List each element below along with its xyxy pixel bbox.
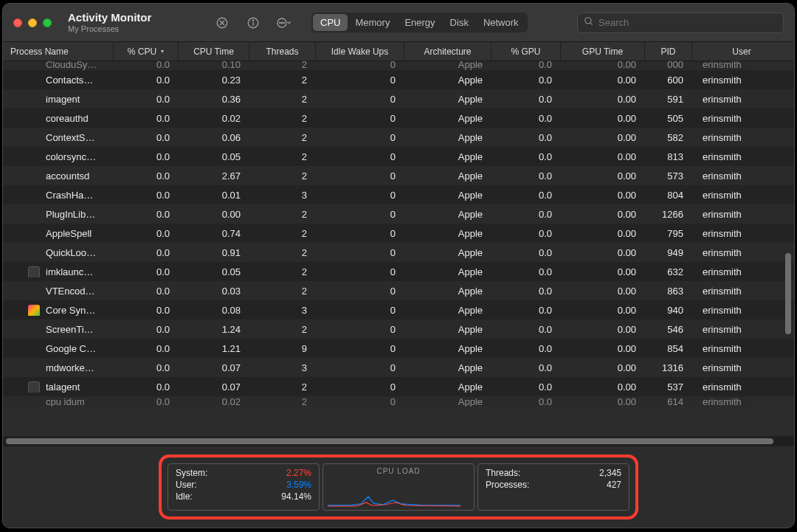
tab-cpu[interactable]: CPU bbox=[313, 14, 348, 31]
vertical-scrollbar[interactable] bbox=[784, 61, 793, 436]
svg-point-9 bbox=[283, 22, 284, 23]
cell-idle-wake: 0 bbox=[316, 381, 404, 393]
cell-gpu: 0.0 bbox=[491, 170, 561, 182]
col-cpu-percent[interactable]: % CPU▾ bbox=[114, 42, 179, 61]
col-user[interactable]: User bbox=[692, 42, 781, 61]
processes-value: 427 bbox=[607, 480, 621, 490]
col-idle-wake-ups[interactable]: Idle Wake Ups bbox=[316, 42, 404, 61]
cell-gpu: 0.0 bbox=[491, 324, 561, 335]
scrollbar-thumb[interactable] bbox=[6, 438, 773, 444]
cell-architecture: Apple bbox=[404, 228, 491, 239]
activity-monitor-window: Activity Monitor My Processes CPUMemoryE… bbox=[2, 3, 795, 528]
search-field[interactable] bbox=[577, 13, 784, 33]
cell-cpu-time: 2.67 bbox=[179, 170, 249, 182]
cell-gpu-time: 0.00 bbox=[561, 324, 645, 335]
close-button[interactable] bbox=[13, 18, 22, 27]
cell-user: erinsmith bbox=[692, 396, 781, 407]
table-row[interactable]: AppleSpell0.00.7420Apple0.00.00795erinsm… bbox=[3, 224, 794, 243]
table-row[interactable]: ScreenTi…0.01.2420Apple0.00.00546erinsmi… bbox=[3, 319, 794, 339]
cell-idle-wake: 0 bbox=[316, 286, 404, 297]
cell-idle-wake: 0 bbox=[316, 113, 404, 124]
table-row[interactable]: ClouduSy…0.00.1020Apple0.00.00000erinsmi… bbox=[3, 61, 794, 70]
table-row[interactable]: Core Syn…0.00.0830Apple0.00.00940erinsmi… bbox=[3, 300, 794, 319]
cell-pid: 632 bbox=[645, 266, 692, 277]
table-row[interactable]: PlugInLib…0.00.0020Apple0.00.001266erins… bbox=[3, 204, 794, 224]
options-menu-button[interactable] bbox=[273, 13, 295, 33]
table-row[interactable]: VTEncod…0.00.0320Apple0.00.00863erinsmit… bbox=[3, 281, 794, 300]
process-table: ClouduSy…0.00.1020Apple0.00.00000erinsmi… bbox=[3, 61, 794, 436]
cell-user: erinsmith bbox=[692, 209, 781, 220]
cell-gpu: 0.0 bbox=[491, 190, 561, 201]
tab-disk[interactable]: Disk bbox=[443, 14, 476, 31]
info-button[interactable] bbox=[242, 13, 264, 33]
table-row[interactable]: talagent0.00.0720Apple0.00.00537erinsmit… bbox=[3, 377, 794, 396]
cell-pid: 546 bbox=[645, 324, 692, 335]
svg-rect-12 bbox=[29, 266, 40, 277]
stop-process-button[interactable] bbox=[211, 13, 233, 33]
cell-gpu: 0.0 bbox=[491, 209, 561, 220]
col-pid[interactable]: PID bbox=[645, 42, 692, 61]
table-row[interactable]: cpu idum0.00.0220Apple0.00.00614erinsmit… bbox=[3, 396, 794, 407]
cell-idle-wake: 0 bbox=[316, 190, 404, 201]
minimize-button[interactable] bbox=[28, 18, 37, 27]
cell-cpu: 0.0 bbox=[114, 94, 179, 105]
cell-architecture: Apple bbox=[404, 266, 491, 277]
table-row[interactable]: CrashHa…0.00.0130Apple0.00.00804erinsmit… bbox=[3, 185, 794, 204]
cell-gpu: 0.0 bbox=[491, 132, 561, 143]
col-threads[interactable]: Threads bbox=[249, 42, 316, 61]
table-row[interactable]: QuickLoo…0.00.9120Apple0.00.00949erinsmi… bbox=[3, 243, 794, 262]
table-row[interactable]: Google C…0.01.2190Apple0.00.00854erinsmi… bbox=[3, 339, 794, 358]
cell-user: erinsmith bbox=[692, 228, 781, 239]
col-architecture[interactable]: Architecture bbox=[404, 42, 491, 61]
cell-idle-wake: 0 bbox=[316, 209, 404, 220]
cell-cpu-time: 0.10 bbox=[179, 61, 249, 70]
table-row[interactable]: accountsd0.02.6720Apple0.00.00573erinsmi… bbox=[3, 166, 794, 185]
cell-cpu-time: 0.02 bbox=[179, 396, 249, 407]
cell-process-name: mdworke… bbox=[3, 362, 114, 373]
cell-gpu-time: 0.00 bbox=[561, 132, 645, 143]
cell-cpu: 0.0 bbox=[114, 132, 179, 143]
cell-process-name: ContextS… bbox=[3, 132, 114, 143]
table-row[interactable]: imklaunc…0.00.0520Apple0.00.00632erinsmi… bbox=[3, 262, 794, 281]
table-row[interactable]: ContextS…0.00.0620Apple0.00.00582erinsmi… bbox=[3, 128, 794, 147]
zoom-button[interactable] bbox=[43, 18, 52, 27]
cell-cpu: 0.0 bbox=[114, 61, 179, 70]
table-row[interactable]: Contacts…0.00.2320Apple0.00.00600erinsmi… bbox=[3, 70, 794, 89]
cell-threads: 2 bbox=[249, 324, 316, 335]
svg-line-11 bbox=[590, 23, 593, 25]
cpu-load-label: CPU LOAD bbox=[331, 467, 466, 475]
scrollbar-thumb[interactable] bbox=[785, 253, 791, 334]
cell-gpu-time: 0.00 bbox=[561, 343, 645, 354]
cell-threads: 2 bbox=[249, 61, 316, 70]
cell-cpu: 0.0 bbox=[114, 343, 179, 354]
cell-process-name: imklaunc… bbox=[3, 266, 114, 277]
table-row[interactable]: colorsync…0.00.0520Apple0.00.00813erinsm… bbox=[3, 147, 794, 166]
table-row[interactable]: imagent0.00.3620Apple0.00.00591erinsmith bbox=[3, 89, 794, 108]
col-gpu-percent[interactable]: % GPU bbox=[491, 42, 561, 61]
cell-architecture: Apple bbox=[404, 75, 491, 86]
tab-energy[interactable]: Energy bbox=[397, 14, 442, 31]
cell-gpu-time: 0.00 bbox=[561, 75, 645, 86]
cell-user: erinsmith bbox=[692, 61, 781, 70]
cell-threads: 2 bbox=[249, 247, 316, 258]
cell-architecture: Apple bbox=[404, 286, 491, 297]
table-row[interactable]: coreauthd0.00.0220Apple0.00.00505erinsmi… bbox=[3, 108, 794, 128]
system-label: System: bbox=[176, 468, 207, 478]
cell-user: erinsmith bbox=[692, 362, 781, 373]
table-row[interactable]: mdworke…0.00.0730Apple0.00.001316erinsmi… bbox=[3, 358, 794, 377]
tab-network[interactable]: Network bbox=[476, 14, 526, 31]
cell-idle-wake: 0 bbox=[316, 75, 404, 86]
cell-user: erinsmith bbox=[692, 266, 781, 277]
tab-memory[interactable]: Memory bbox=[348, 14, 397, 31]
horizontal-scrollbar[interactable] bbox=[3, 436, 794, 446]
cell-process-name: talagent bbox=[3, 381, 114, 393]
cell-process-name: ClouduSy… bbox=[3, 61, 114, 70]
col-process-name[interactable]: Process Name bbox=[3, 42, 114, 61]
cell-gpu-time: 0.00 bbox=[561, 170, 645, 182]
title-block: Activity Monitor My Processes bbox=[68, 12, 179, 33]
col-gpu-time[interactable]: GPU Time bbox=[561, 42, 645, 61]
cell-gpu: 0.0 bbox=[491, 61, 561, 70]
col-cpu-time[interactable]: CPU Time bbox=[179, 42, 249, 61]
cell-cpu-time: 0.01 bbox=[179, 190, 249, 201]
search-input[interactable] bbox=[598, 17, 777, 28]
